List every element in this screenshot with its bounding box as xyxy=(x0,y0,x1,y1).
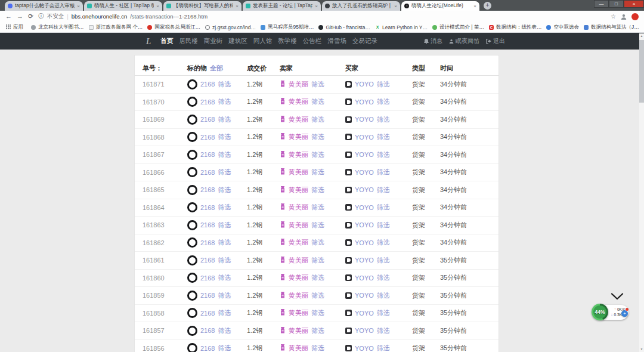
buyer-filter-link[interactable]: 筛选 xyxy=(377,344,390,352)
seller-filter-link[interactable]: 筛选 xyxy=(311,344,324,352)
nav-item[interactable]: 公告栏 xyxy=(301,37,324,45)
item-filter-link[interactable]: 筛选 xyxy=(218,256,231,265)
nav-item[interactable]: 商业街 xyxy=(202,37,225,45)
bookmark-item[interactable]: 数据结构与算法（J… xyxy=(584,24,639,31)
messages-link[interactable]: 消息 xyxy=(424,37,442,45)
seller-link[interactable]: 黄美丽 xyxy=(289,344,308,352)
item-link[interactable]: 2168 xyxy=(200,257,215,264)
seller-filter-link[interactable]: 筛选 xyxy=(311,291,324,300)
browser-tab[interactable]: 【萌萌科技】写给新人的科技树… × xyxy=(163,1,242,11)
buyer-link[interactable]: YOYO xyxy=(355,327,374,334)
back-icon[interactable]: ← xyxy=(5,13,12,20)
seller-link[interactable]: 黄美丽 xyxy=(289,308,308,317)
item-link[interactable]: 2168 xyxy=(200,292,215,299)
seller-link[interactable]: 黄美丽 xyxy=(289,97,308,106)
buyer-link[interactable]: YOYO xyxy=(355,98,374,106)
buyer-filter-link[interactable]: 筛选 xyxy=(377,203,390,212)
item-filter-link[interactable]: 筛选 xyxy=(218,344,231,352)
item-filter-link[interactable]: 筛选 xyxy=(218,308,231,317)
seller-link[interactable]: 黄美丽 xyxy=(289,256,308,265)
add-task-badge[interactable]: + xyxy=(621,310,628,317)
item-link[interactable]: 2168 xyxy=(200,345,215,352)
nav-item[interactable]: 教学楼 xyxy=(275,37,299,45)
item-link[interactable]: 2168 xyxy=(200,239,215,246)
seller-filter-link[interactable]: 筛选 xyxy=(311,326,324,335)
item-filter-link[interactable]: 筛选 xyxy=(218,273,231,282)
seller-filter-link[interactable]: 筛选 xyxy=(311,256,324,265)
item-filter-link[interactable]: 筛选 xyxy=(218,203,231,212)
item-link[interactable]: 2168 xyxy=(200,274,215,282)
buyer-link[interactable]: YOYO xyxy=(355,345,374,352)
scrollbar-down-arrow-icon[interactable]: ▼ xyxy=(639,347,644,352)
seller-filter-link[interactable]: 筛选 xyxy=(311,80,324,89)
buyer-link[interactable]: YOYO xyxy=(355,81,374,88)
seller-filter-link[interactable]: 筛选 xyxy=(311,168,324,177)
nav-item[interactable]: 同人馆 xyxy=(251,37,275,45)
seller-link[interactable]: 黄美丽 xyxy=(289,291,308,300)
bookmark-item[interactable]: 北京科技大学图书… xyxy=(31,24,84,31)
seller-link[interactable]: 黄美丽 xyxy=(289,221,308,230)
minimize-button[interactable]: — xyxy=(594,0,609,8)
item-filter-link[interactable]: 筛选 xyxy=(218,238,231,247)
buyer-filter-link[interactable]: 筛选 xyxy=(377,221,390,230)
info-icon[interactable]: ⓘ xyxy=(38,13,44,20)
scrollbar-up-arrow-icon[interactable]: ▲ xyxy=(639,33,644,39)
item-link[interactable]: 2168 xyxy=(200,81,215,88)
item-filter-link[interactable]: 筛选 xyxy=(218,291,231,300)
buyer-link[interactable]: YOYO xyxy=(355,204,374,211)
progress-circle[interactable]: 44% xyxy=(592,304,608,320)
item-filter-link[interactable]: 筛选 xyxy=(218,326,231,335)
tab-close-icon[interactable]: × xyxy=(77,4,80,9)
seller-link[interactable]: 黄美丽 xyxy=(289,168,308,177)
seller-filter-link[interactable]: 筛选 xyxy=(311,308,324,317)
tab-close-icon[interactable]: × xyxy=(236,4,239,9)
bookmark-item[interactable]: 浙江政务服务网 个… xyxy=(89,24,143,31)
buyer-filter-link[interactable]: 筛选 xyxy=(377,80,390,89)
bookmark-star-icon[interactable]: ☆ xyxy=(611,13,616,20)
buyer-filter-link[interactable]: 筛选 xyxy=(377,308,390,317)
item-link[interactable]: 2168 xyxy=(200,98,215,106)
seller-filter-link[interactable]: 筛选 xyxy=(311,238,324,247)
item-link[interactable]: 2168 xyxy=(200,204,215,211)
new-tab-button[interactable]: + xyxy=(484,2,491,10)
item-filter-link[interactable]: 筛选 xyxy=(218,97,231,106)
seller-link[interactable]: 黄美丽 xyxy=(289,80,308,89)
buyer-link[interactable]: YOYO xyxy=(355,221,374,229)
buyer-filter-link[interactable]: 筛选 xyxy=(377,291,390,300)
browser-tab[interactable]: 发表新主题 - 论坛 | TapTap 发… × xyxy=(243,1,321,11)
bookmark-item[interactable]: 国家税务总局浙江… xyxy=(147,24,200,31)
seller-filter-link[interactable]: 筛选 xyxy=(311,97,324,106)
seller-filter-link[interactable]: 筛选 xyxy=(311,203,324,212)
scrollbar[interactable]: ▲ ▼ xyxy=(639,33,644,352)
profile-avatar[interactable] xyxy=(631,13,639,20)
browser-tab[interactable]: 放入了孔雀石的炼钢高炉 | onet… × xyxy=(322,1,400,11)
seller-link[interactable]: 黄美丽 xyxy=(289,326,308,335)
seller-filter-link[interactable]: 筛选 xyxy=(311,132,324,141)
item-filter-link[interactable]: 筛选 xyxy=(218,221,231,230)
reload-icon[interactable]: ⟳ xyxy=(28,13,33,20)
profile-person-icon[interactable] xyxy=(621,11,627,22)
close-button[interactable]: × xyxy=(624,0,644,8)
buyer-filter-link[interactable]: 筛选 xyxy=(377,238,390,247)
buyer-link[interactable]: YOYO xyxy=(355,151,374,158)
buyer-filter-link[interactable]: 筛选 xyxy=(377,115,390,124)
seller-link[interactable]: 黄美丽 xyxy=(289,132,308,141)
tab-close-icon[interactable]: × xyxy=(394,4,397,9)
buyer-link[interactable]: YOYO xyxy=(355,310,374,317)
seller-filter-link[interactable]: 筛选 xyxy=(311,221,324,230)
bookmark-item[interactable]: 空中双选会 xyxy=(546,24,579,31)
buyer-filter-link[interactable]: 筛选 xyxy=(377,97,390,106)
browser-tab[interactable]: 萌萌人生 - 社区 | TapTap 萌萌… × xyxy=(84,1,162,11)
item-filter-link[interactable]: 筛选 xyxy=(218,115,231,124)
nav-item[interactable]: 交易记录 xyxy=(350,37,380,45)
apps-shortcut[interactable]: 应用 xyxy=(6,24,23,31)
item-filter-link[interactable]: 筛选 xyxy=(218,132,231,141)
item-link[interactable]: 2168 xyxy=(200,134,215,141)
item-filter-link[interactable]: 筛选 xyxy=(218,186,231,194)
item-link[interactable]: 2168 xyxy=(200,151,215,158)
nav-item[interactable]: 居民楼 xyxy=(177,37,200,45)
buyer-filter-link[interactable]: 筛选 xyxy=(377,273,390,282)
seller-filter-link[interactable]: 筛选 xyxy=(311,186,324,194)
seller-link[interactable]: 黄美丽 xyxy=(289,273,308,282)
scroll-to-bottom-button[interactable] xyxy=(611,292,624,302)
